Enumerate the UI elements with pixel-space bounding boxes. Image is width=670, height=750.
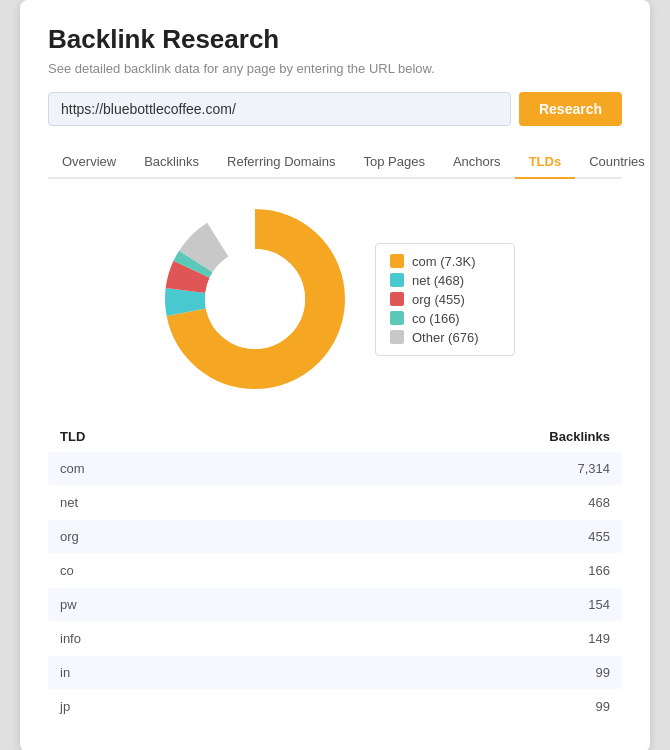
backlinks-cell: 455 (530, 529, 610, 544)
table-row: in 99 (48, 656, 622, 689)
backlinks-cell: 154 (530, 597, 610, 612)
legend-label: co (166) (412, 311, 460, 326)
table-row: info 149 (48, 622, 622, 655)
table-row: com 7,314 (48, 452, 622, 485)
backlinks-cell: 99 (530, 665, 610, 680)
chart-section: com (7.3K) net (468) org (455) co (166) … (48, 199, 622, 399)
backlinks-cell: 149 (530, 631, 610, 646)
tab-anchors[interactable]: Anchors (439, 146, 515, 179)
backlinks-cell: 166 (530, 563, 610, 578)
legend-color-swatch (390, 311, 404, 325)
tab-referring-domains[interactable]: Referring Domains (213, 146, 349, 179)
legend-label: com (7.3K) (412, 254, 476, 269)
col-header-tld: TLD (60, 429, 530, 444)
tab-overview[interactable]: Overview (48, 146, 130, 179)
legend-item: co (166) (390, 311, 500, 326)
legend-item: net (468) (390, 273, 500, 288)
search-input[interactable] (48, 92, 511, 126)
legend-color-swatch (390, 273, 404, 287)
tld-cell: co (60, 563, 530, 578)
table-row: net 468 (48, 486, 622, 519)
tld-cell: in (60, 665, 530, 680)
main-card: Backlink Research See detailed backlink … (20, 0, 650, 750)
table-section: TLD Backlinks com 7,314 net 468 org 455 … (48, 423, 622, 723)
legend-color-swatch (390, 254, 404, 268)
backlinks-cell: 99 (530, 699, 610, 714)
col-header-backlinks: Backlinks (530, 429, 610, 444)
tld-cell: info (60, 631, 530, 646)
legend-color-swatch (390, 292, 404, 306)
table-row: pw 154 (48, 588, 622, 621)
chart-legend: com (7.3K) net (468) org (455) co (166) … (375, 243, 515, 356)
table-row: co 166 (48, 554, 622, 587)
donut-chart (155, 199, 355, 399)
table-body: com 7,314 net 468 org 455 co 166 pw 154 … (48, 452, 622, 723)
legend-label: Other (676) (412, 330, 478, 345)
backlinks-cell: 468 (530, 495, 610, 510)
legend-item: org (455) (390, 292, 500, 307)
tab-tlds[interactable]: TLDs (515, 146, 576, 179)
search-row: Research (48, 92, 622, 126)
legend-item: com (7.3K) (390, 254, 500, 269)
tab-countries[interactable]: Countries (575, 146, 659, 179)
page-title: Backlink Research (48, 24, 622, 55)
svg-point-5 (205, 249, 305, 349)
table-row: org 455 (48, 520, 622, 553)
legend-label: org (455) (412, 292, 465, 307)
tld-cell: pw (60, 597, 530, 612)
legend-label: net (468) (412, 273, 464, 288)
tab-backlinks[interactable]: Backlinks (130, 146, 213, 179)
tab-top-pages[interactable]: Top Pages (349, 146, 438, 179)
tld-cell: net (60, 495, 530, 510)
page-subtitle: See detailed backlink data for any page … (48, 61, 622, 76)
table-row: jp 99 (48, 690, 622, 723)
research-button[interactable]: Research (519, 92, 622, 126)
legend-color-swatch (390, 330, 404, 344)
tabs-nav: OverviewBacklinksReferring DomainsTop Pa… (48, 146, 622, 179)
legend-item: Other (676) (390, 330, 500, 345)
backlinks-cell: 7,314 (530, 461, 610, 476)
tld-cell: jp (60, 699, 530, 714)
table-header: TLD Backlinks (48, 423, 622, 450)
tld-cell: org (60, 529, 530, 544)
tld-cell: com (60, 461, 530, 476)
